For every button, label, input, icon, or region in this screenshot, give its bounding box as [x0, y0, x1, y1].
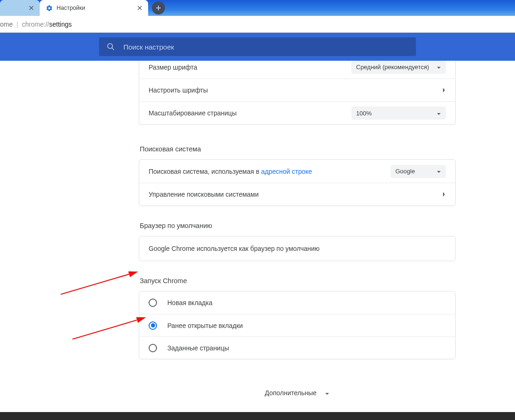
search-engine-used-row: Поисковая система, используемая в адресн… [139, 160, 455, 183]
font-size-label: Размер шрифта [149, 64, 351, 71]
close-icon[interactable] [136, 4, 143, 12]
font-size-select[interactable]: Средний (рекомендуется) [351, 61, 446, 74]
page-zoom-label: Масштабирование страницы [149, 109, 351, 117]
default-browser-card: Google Chrome используется как браузер п… [139, 236, 456, 261]
radio-icon[interactable] [149, 299, 157, 307]
chevron-right-icon [442, 87, 446, 93]
advanced-label: Дополнительные [265, 389, 317, 397]
svg-point-0 [107, 43, 113, 49]
new-tab-button[interactable] [152, 1, 165, 14]
search-engine-card: Поисковая система, используемая в адресн… [139, 159, 456, 206]
search-engine-section-title: Поисковая система [140, 145, 456, 153]
settings-search-input[interactable] [123, 43, 408, 51]
radio-icon[interactable] [149, 321, 157, 330]
font-size-row: Размер шрифта Средний (рекомендуется) [139, 61, 455, 78]
advanced-toggle[interactable]: Дополнительные [139, 389, 456, 397]
search-engine-select[interactable]: Google [391, 165, 446, 178]
manage-search-engines-row[interactable]: Управление поисковыми системами [139, 183, 455, 206]
startup-card: Новая вкладка Ранее открытые вкладки Зад… [139, 291, 456, 359]
tab-title: Настройки [57, 5, 132, 11]
startup-option-label: Заданные страницы [167, 344, 229, 352]
window-footer [0, 412, 515, 420]
browser-tabstrip: Настройки [0, 0, 515, 16]
page-zoom-row: Масштабирование страницы 100% [139, 101, 455, 124]
svg-line-1 [112, 48, 114, 50]
caret-down-icon [325, 389, 329, 397]
address-bar[interactable]: ome | chrome://settings [0, 16, 515, 33]
page-zoom-select[interactable]: 100% [351, 107, 446, 120]
addr-url-strong: settings [49, 21, 72, 28]
gear-icon [45, 4, 53, 12]
browser-tab-active[interactable]: Настройки [40, 0, 148, 16]
startup-option-new-tab[interactable]: Новая вкладка [139, 292, 455, 314]
startup-option-specific-pages[interactable]: Заданные страницы [139, 336, 455, 359]
caret-down-icon [436, 64, 441, 71]
caret-down-icon [436, 168, 441, 175]
address-bar-link[interactable]: адресной строке [261, 168, 312, 175]
browser-tab-inactive[interactable] [0, 0, 40, 16]
manage-search-engines-label: Управление поисковыми системами [149, 191, 442, 198]
startup-option-label: Ранее открытые вкладки [167, 322, 243, 329]
settings-search[interactable] [99, 37, 416, 56]
addr-left: ome [0, 21, 13, 28]
search-engine-used-label: Поисковая система, используемая в адресн… [149, 168, 391, 175]
caret-down-icon [436, 110, 441, 117]
customize-fonts-label: Настроить шрифты [149, 86, 442, 94]
chevron-right-icon [442, 192, 446, 197]
page-zoom-value: 100% [356, 110, 436, 117]
close-icon[interactable] [28, 4, 35, 12]
font-size-value: Средний (рекомендуется) [356, 64, 436, 71]
appearance-card: Размер шрифта Средний (рекомендуется) На… [139, 61, 456, 125]
search-icon [107, 43, 115, 51]
search-engine-value: Google [395, 168, 436, 175]
customize-fonts-row[interactable]: Настроить шрифты [139, 78, 455, 101]
settings-header [0, 33, 515, 61]
default-browser-text: Google Chrome используется как браузер п… [149, 245, 320, 252]
settings-content: Размер шрифта Средний (рекомендуется) На… [0, 61, 515, 412]
default-browser-section-title: Браузер по умолчанию [140, 222, 456, 229]
startup-section-title: Запуск Chrome [140, 277, 456, 285]
addr-separator: | [16, 21, 18, 28]
startup-option-continue[interactable]: Ранее открытые вкладки [139, 314, 455, 336]
radio-icon[interactable] [149, 344, 157, 352]
startup-option-label: Новая вкладка [167, 299, 213, 306]
addr-url-dim: chrome:// [22, 21, 49, 28]
